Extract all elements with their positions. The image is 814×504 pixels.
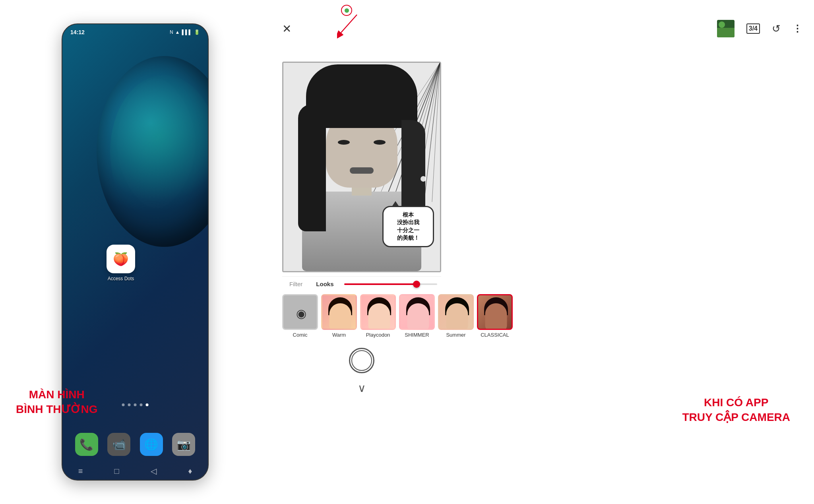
- hair-left: [298, 104, 326, 231]
- filter-comic[interactable]: ◉ Comic: [282, 294, 318, 338]
- playcodon-face-thumb: [361, 295, 396, 330]
- lips: [350, 167, 374, 174]
- comic-label: Comic: [293, 332, 308, 338]
- summer-thumb: [438, 294, 474, 330]
- speech-bubble: 根本没扮出我十分之一的美貌！: [382, 206, 434, 247]
- nfc-icon: N: [170, 29, 173, 35]
- right-panel: ✕ 3/4 ↺ ⋮: [270, 0, 814, 504]
- menu-nav-btn[interactable]: ≡: [78, 467, 83, 476]
- chevron-area: ∨: [282, 382, 441, 395]
- summer-face: [446, 303, 468, 330]
- slider-thumb[interactable]: [413, 281, 420, 288]
- classical-label: CLASSICAL: [481, 332, 509, 338]
- close-button[interactable]: ✕: [282, 22, 291, 35]
- video-dock-icon[interactable]: 📹: [107, 433, 130, 456]
- accessibility-nav-btn[interactable]: ♦: [188, 467, 192, 476]
- filter-tab[interactable]: Filter: [282, 278, 310, 290]
- back-nav-btn[interactable]: ◁: [151, 466, 157, 476]
- left-eye: [338, 140, 350, 145]
- bottom-nav: ≡ □ ◁ ♦: [62, 466, 208, 476]
- filter-options-row: ◉ Comic Warm Playcodon: [282, 294, 719, 338]
- gallery-thumb-svg: [717, 20, 735, 37]
- camera-dock-icon[interactable]: 📷: [172, 433, 195, 456]
- summer-label: Summer: [446, 332, 465, 338]
- chevron-down-button[interactable]: ∨: [358, 382, 366, 395]
- left-panel: 14:12 N ▲ ▌▌▌ 🔋 🍑 Access Dots: [0, 0, 270, 504]
- more-options-button[interactable]: ⋮: [793, 23, 802, 34]
- dot-4: [140, 403, 143, 406]
- shimmer-thumb: [399, 294, 435, 330]
- indicator-circle-container: [341, 5, 352, 16]
- top-bar-icons: 3/4 ↺ ⋮: [717, 20, 802, 37]
- svg-line-10: [432, 63, 440, 202]
- right-caption-line2: TRUY CẬP CAMERA: [682, 410, 790, 425]
- access-dots-icon[interactable]: 🍑: [107, 245, 135, 273]
- warm-label: Warm: [332, 332, 346, 338]
- manga-background: 根本没扮出我十分之一的美貌！: [283, 63, 440, 271]
- svg-point-4: [719, 21, 725, 28]
- warm-thumb: [321, 294, 357, 330]
- status-time: 14:12: [70, 29, 85, 35]
- camera-viewfinder: 根本没扮出我十分之一的美貌！: [282, 62, 441, 272]
- shutter-area: [282, 348, 441, 373]
- wifi-icon: ▲: [175, 29, 180, 35]
- camera-top-bar: ✕ 3/4 ↺ ⋮: [282, 20, 802, 37]
- aspect-ratio-label: 3/4: [749, 25, 758, 32]
- phone-dock-icon[interactable]: 📞: [75, 433, 98, 456]
- right-caption-line1: KHI CÓ APP: [682, 395, 790, 410]
- dot-3: [134, 403, 137, 406]
- filter-warm[interactable]: Warm: [321, 294, 357, 338]
- classical-thumb: [477, 294, 513, 330]
- comic-thumb: ◉: [282, 294, 318, 330]
- slider-fill: [344, 283, 417, 285]
- filter-slider[interactable]: [344, 283, 437, 285]
- shimmer-face-thumb: [400, 295, 435, 330]
- svg-rect-3: [717, 28, 735, 37]
- signal-icon: ▌▌▌: [182, 29, 192, 35]
- left-caption-line1: MÀN HÌNH: [16, 388, 98, 402]
- page-dots: [122, 403, 149, 406]
- shutter-inner-ring: [351, 350, 372, 371]
- dot-5-active: [146, 403, 149, 406]
- right-caption: KHI CÓ APP TRUY CẬP CAMERA: [682, 395, 790, 425]
- speech-bubble-text: 根本没扮出我十分之一的美貌！: [387, 211, 430, 242]
- bottom-dock: 📞 📹 🌐 📷: [62, 433, 208, 456]
- filter-shimmer[interactable]: SHIMMER: [399, 294, 435, 338]
- looks-tab[interactable]: Looks: [310, 278, 340, 290]
- status-icons: N ▲ ▌▌▌ 🔋: [170, 29, 200, 35]
- beauty-marker: [421, 176, 426, 182]
- warm-face: [329, 303, 351, 330]
- classical-face-thumb: [478, 295, 513, 330]
- left-caption: MÀN HÌNH BÌNH THƯỜNG: [16, 388, 98, 417]
- aspect-ratio-button[interactable]: 3/4: [746, 23, 760, 34]
- status-bar: 14:12 N ▲ ▌▌▌ 🔋: [62, 24, 208, 40]
- playcodon-label: Playcodon: [366, 332, 390, 338]
- shutter-button[interactable]: [349, 348, 374, 373]
- filter-classical[interactable]: CLASSICAL: [477, 294, 513, 338]
- playcodon-thumb: [360, 294, 396, 330]
- left-caption-line2: BÌNH THƯỜNG: [16, 402, 98, 417]
- classical-face: [485, 303, 507, 330]
- filter-summer[interactable]: Summer: [438, 294, 474, 338]
- warm-face-thumb: [322, 295, 357, 330]
- filter-tab-bar: Filter Looks: [282, 276, 441, 291]
- app-label: Access Dots: [108, 276, 134, 281]
- gallery-thumbnail[interactable]: [717, 20, 735, 37]
- right-eye: [374, 140, 386, 145]
- summer-face-thumb: [439, 295, 474, 330]
- app-icon-emoji: 🍑: [113, 252, 129, 267]
- playcodon-face: [368, 303, 390, 330]
- dot-1: [122, 403, 125, 406]
- shimmer-face: [407, 303, 429, 330]
- shimmer-label: SHIMMER: [405, 332, 429, 338]
- dot-2: [128, 403, 131, 406]
- filter-playcodon[interactable]: Playcodon: [360, 294, 396, 338]
- home-nav-btn[interactable]: □: [114, 467, 119, 476]
- rotate-button[interactable]: ↺: [772, 23, 781, 35]
- battery-icon: 🔋: [194, 29, 200, 35]
- indicator-green-dot: [345, 8, 349, 13]
- app-area: 🍑 Access Dots: [107, 245, 135, 281]
- planet-visual: [97, 56, 208, 247]
- browser-dock-icon[interactable]: 🌐: [140, 433, 163, 456]
